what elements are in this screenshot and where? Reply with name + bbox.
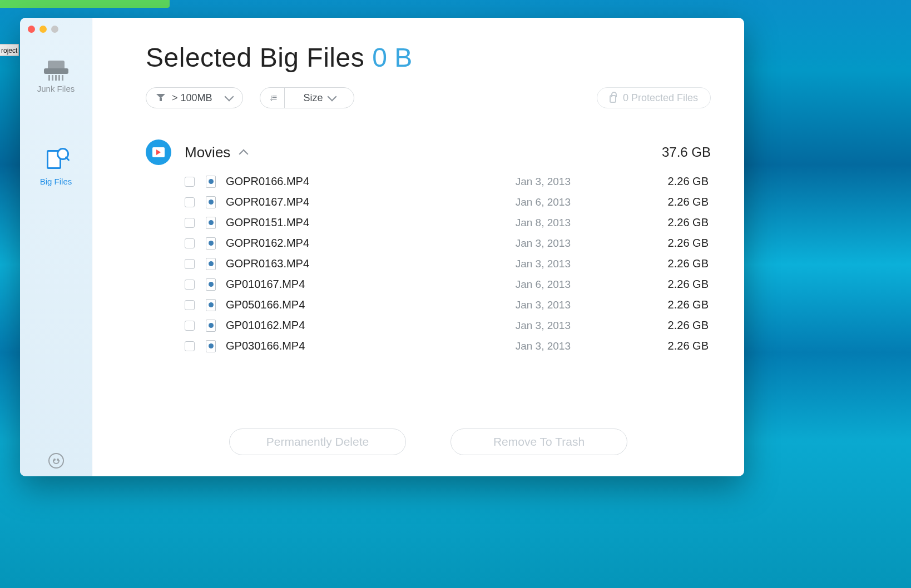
file-checkbox[interactable]	[185, 300, 195, 310]
file-date: Jan 3, 2013	[465, 237, 571, 250]
file-list: GOPR0166.MP4Jan 3, 20132.26 GBGOPR0167.M…	[185, 175, 711, 352]
file-checkbox[interactable]	[185, 341, 195, 351]
file-date: Jan 3, 2013	[465, 340, 571, 352]
video-file-icon	[206, 176, 216, 188]
file-row[interactable]: GP030166.MP4Jan 3, 20132.26 GB	[185, 340, 711, 352]
video-file-icon	[206, 237, 216, 250]
action-row: Permanently Delete Remove To Trash	[146, 412, 711, 465]
file-date: Jan 8, 2013	[465, 217, 571, 229]
file-row[interactable]: GP010162.MP4Jan 3, 20132.26 GB	[185, 319, 711, 332]
shredder-icon	[44, 61, 68, 81]
maximize-window-button[interactable]	[51, 26, 58, 33]
file-checkbox[interactable]	[185, 177, 195, 187]
category-size: 37.6 GB	[662, 144, 711, 160]
category-section: Movies 37.6 GB GOPR0166.MP4Jan 3, 20132.…	[146, 139, 711, 352]
funnel-icon	[156, 94, 165, 102]
video-file-icon	[206, 196, 216, 208]
video-file-icon	[206, 320, 216, 332]
file-name: GOPR0162.MP4	[226, 237, 465, 250]
file-checkbox[interactable]	[185, 321, 195, 331]
file-name: GOPR0167.MP4	[226, 196, 465, 208]
file-row[interactable]: GOPR0167.MP4Jan 6, 20132.26 GB	[185, 196, 711, 208]
sidebar-item-big-files[interactable]: Big Files	[20, 142, 92, 196]
sidebar-item-junk-files[interactable]: Junk Files	[20, 55, 92, 103]
file-name: GP010162.MP4	[226, 319, 465, 332]
file-checkbox[interactable]	[185, 197, 195, 207]
big-files-icon	[43, 148, 69, 173]
file-checkbox[interactable]	[185, 238, 195, 248]
file-name: GOPR0163.MP4	[226, 257, 465, 270]
file-size: 2.26 GB	[571, 319, 711, 332]
file-row[interactable]: GOPR0162.MP4Jan 3, 20132.26 GB	[185, 237, 711, 250]
file-row[interactable]: GOPR0163.MP4Jan 3, 20132.26 GB	[185, 257, 711, 270]
file-size: 2.26 GB	[571, 175, 711, 188]
file-checkbox[interactable]	[185, 218, 195, 228]
file-date: Jan 3, 2013	[465, 320, 571, 332]
video-file-icon	[206, 299, 216, 311]
selected-size: 0 B	[372, 42, 412, 73]
file-size: 2.26 GB	[571, 278, 711, 291]
category-name: Movies	[185, 144, 230, 161]
protected-files-button[interactable]: 0 Protected Files	[597, 87, 711, 108]
minimize-window-button[interactable]	[39, 26, 47, 33]
file-date: Jan 6, 2013	[465, 278, 571, 291]
file-size: 2.26 GB	[571, 298, 711, 311]
sidebar: Junk Files Big Files	[20, 18, 92, 476]
background-accent	[0, 0, 170, 8]
file-checkbox[interactable]	[185, 280, 195, 290]
feedback-button[interactable]	[48, 453, 64, 469]
file-name: GOPR0151.MP4	[226, 216, 465, 229]
sidebar-item-label: Junk Files	[20, 84, 92, 93]
chevron-down-icon	[327, 92, 336, 102]
file-size: 2.26 GB	[571, 196, 711, 208]
file-row[interactable]: GP050166.MP4Jan 3, 20132.26 GB	[185, 298, 711, 311]
protected-files-label: 0 Protected Files	[623, 92, 698, 104]
main-content: Selected Big Files 0 B > 100MB ↓≡ Size	[92, 18, 744, 476]
file-row[interactable]: GOPR0166.MP4Jan 3, 20132.26 GB	[185, 175, 711, 188]
chevron-down-icon	[225, 92, 234, 102]
video-file-icon	[206, 340, 216, 352]
app-window: Junk Files Big Files Selected Big Files …	[20, 18, 744, 476]
background-tab: roject	[0, 44, 19, 56]
file-size: 2.26 GB	[571, 237, 711, 250]
file-row[interactable]: GP010167.MP4Jan 6, 20132.26 GB	[185, 278, 711, 291]
close-window-button[interactable]	[28, 26, 35, 33]
file-date: Jan 3, 2013	[465, 176, 571, 188]
sort-label: Size	[303, 92, 323, 104]
file-name: GP030166.MP4	[226, 340, 465, 352]
remove-to-trash-button[interactable]: Remove To Trash	[450, 428, 627, 455]
page-title: Selected Big Files	[146, 42, 364, 73]
file-size: 2.26 GB	[571, 216, 711, 229]
permanently-delete-button[interactable]: Permanently Delete	[229, 428, 406, 455]
window-controls	[28, 26, 58, 33]
file-name: GP010167.MP4	[226, 278, 465, 291]
file-size: 2.26 GB	[571, 257, 711, 270]
file-checkbox[interactable]	[185, 259, 195, 269]
lock-icon	[610, 95, 616, 103]
video-file-icon	[206, 278, 216, 291]
category-header[interactable]: Movies 37.6 GB	[146, 139, 711, 165]
file-row[interactable]: GOPR0151.MP4Jan 8, 20132.26 GB	[185, 216, 711, 229]
sort-dropdown[interactable]: ↓≡ Size	[260, 87, 354, 108]
sidebar-item-label: Big Files	[20, 177, 92, 186]
file-size: 2.26 GB	[571, 340, 711, 352]
size-filter-label: > 100MB	[172, 92, 212, 104]
chevron-up-icon	[239, 150, 249, 159]
video-file-icon	[206, 258, 216, 270]
movies-icon	[146, 139, 171, 165]
file-date: Jan 6, 2013	[465, 196, 571, 208]
size-filter-dropdown[interactable]: > 100MB	[146, 87, 243, 108]
file-date: Jan 3, 2013	[465, 299, 571, 311]
file-name: GOPR0166.MP4	[226, 175, 465, 188]
sort-icon: ↓≡	[269, 93, 275, 103]
file-name: GP050166.MP4	[226, 298, 465, 311]
controls-row: > 100MB ↓≡ Size 0 Protected Files	[146, 87, 711, 108]
page-title-row: Selected Big Files 0 B	[146, 42, 711, 73]
file-date: Jan 3, 2013	[465, 258, 571, 270]
video-file-icon	[206, 217, 216, 229]
